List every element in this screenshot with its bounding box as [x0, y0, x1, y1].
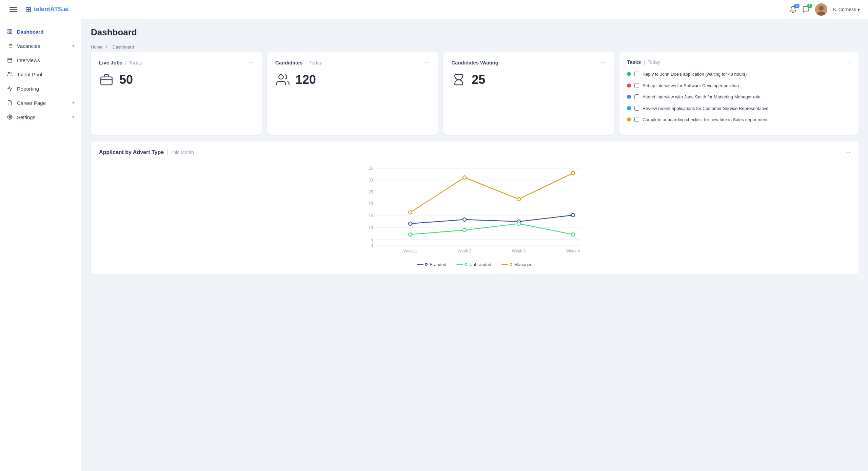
task-dot-blue — [627, 95, 631, 99]
interviews-icon — [7, 57, 13, 63]
sidebar-item-talent-pool[interactable]: Talent Pool — [0, 67, 81, 81]
svg-text:15: 15 — [369, 213, 373, 218]
svg-text:Week 1: Week 1 — [403, 249, 417, 253]
page-title: Dashboard — [91, 27, 859, 38]
task-item: Complete onboarding checklist for new hi… — [627, 116, 851, 123]
notifications-button[interactable]: 4 — [789, 6, 797, 13]
svg-text:20: 20 — [369, 202, 373, 206]
messages-badge: 3 — [807, 4, 812, 8]
user-name[interactable]: S. Corness ▾ — [833, 7, 860, 12]
task-dot-red — [627, 83, 631, 88]
sidebar-label-vacancies: Vacancies — [17, 43, 40, 49]
chart-title: Applicant by Advert Type — [99, 149, 164, 155]
candidates-menu[interactable]: ··· — [425, 59, 430, 66]
messages-button[interactable]: 3 — [802, 6, 810, 13]
candidates-period: Today — [309, 60, 322, 65]
chart-legend: Branded Unbranded Managed — [99, 262, 850, 267]
task-checkbox-3[interactable] — [634, 94, 639, 99]
logo: ⊞ talentATS.ai — [25, 5, 69, 14]
svg-text:25: 25 — [369, 190, 373, 194]
chart-menu[interactable]: ··· — [845, 149, 850, 156]
svg-rect-3 — [8, 30, 9, 31]
breadcrumb: Home / Dashboard — [91, 44, 859, 50]
reporting-icon — [7, 86, 13, 92]
svg-rect-6 — [10, 32, 12, 34]
svg-point-54 — [463, 176, 466, 179]
tasks-card: Tasks | Today ··· Reply to John Doe's ap… — [619, 52, 859, 135]
svg-text:Week 3: Week 3 — [512, 249, 526, 253]
task-text-1: Reply to John Doe's application (waiting… — [643, 71, 747, 78]
svg-point-48 — [571, 213, 575, 217]
sidebar-item-reporting[interactable]: Reporting — [0, 81, 81, 96]
sidebar-label-reporting: Reporting — [17, 86, 39, 92]
live-jobs-card: Live Jobs | Today ··· — [91, 52, 262, 135]
svg-rect-4 — [10, 30, 12, 31]
live-jobs-title: Live Jobs — [99, 60, 122, 65]
task-dot-yellow — [627, 117, 631, 121]
task-text-4: Review recent applications for Customer … — [643, 105, 768, 112]
sidebar-label-interviews: Interviews — [17, 57, 40, 63]
svg-point-56 — [571, 171, 575, 175]
task-dot-cyan — [627, 106, 631, 110]
svg-point-45 — [409, 222, 412, 225]
svg-point-22 — [279, 75, 283, 79]
svg-point-50 — [463, 228, 466, 232]
sidebar-item-settings[interactable]: Settings ▾ — [0, 110, 81, 124]
hamburger-menu[interactable] — [8, 6, 18, 13]
candidates-waiting-value: 25 — [472, 73, 485, 87]
chevron-down-icon: ▾ — [72, 43, 74, 48]
svg-text:10: 10 — [369, 225, 373, 230]
svg-point-17 — [8, 72, 10, 74]
svg-text:0: 0 — [371, 243, 373, 248]
sidebar-item-dashboard[interactable]: Dashboard — [0, 24, 81, 39]
candidates-value: 120 — [296, 73, 316, 87]
task-checkbox-5[interactable] — [634, 117, 639, 122]
task-dot-green — [627, 72, 631, 76]
svg-point-52 — [571, 233, 575, 236]
svg-text:30: 30 — [369, 178, 373, 183]
chart-period: This Month — [171, 150, 194, 155]
candidates-icon — [275, 72, 290, 87]
topnav-left: ⊞ talentATS.ai — [8, 5, 69, 14]
svg-rect-19 — [101, 77, 112, 85]
dashboard-icon — [7, 29, 13, 35]
svg-point-53 — [409, 211, 412, 214]
candidates-title: Candidates — [275, 60, 303, 65]
candidates-waiting-menu[interactable]: ··· — [601, 59, 606, 66]
task-item: Review recent applications for Customer … — [627, 105, 851, 112]
legend-branded: Branded — [417, 262, 446, 267]
chart-card: Applicant by Advert Type | This Month ··… — [91, 142, 859, 275]
task-checkbox-4[interactable] — [634, 106, 639, 111]
svg-text:Week 4: Week 4 — [566, 249, 580, 253]
logo-icon: ⊞ — [25, 5, 31, 14]
logo-text: talentATS.ai — [34, 6, 69, 13]
svg-rect-5 — [8, 32, 9, 34]
vacancies-icon — [7, 43, 13, 49]
sidebar-item-career-page[interactable]: Career Page ▾ — [0, 96, 81, 110]
svg-point-51 — [517, 222, 520, 225]
task-text-5: Complete onboarding checklist for new hi… — [643, 116, 768, 123]
task-text-3: Attend interview with Jane Smith for Mar… — [643, 94, 761, 100]
svg-point-1 — [819, 6, 824, 11]
notifications-badge: 4 — [794, 4, 800, 8]
svg-rect-13 — [8, 58, 12, 62]
briefcase-icon — [99, 72, 114, 87]
breadcrumb-home[interactable]: Home — [91, 44, 103, 50]
sidebar-item-vacancies[interactable]: Vacancies ▾ — [0, 39, 81, 53]
task-checkbox-2[interactable] — [634, 83, 639, 88]
career-page-icon — [7, 100, 13, 106]
live-jobs-menu[interactable]: ··· — [249, 59, 254, 66]
svg-text:Week 2: Week 2 — [458, 249, 472, 253]
legend-managed: Managed — [501, 262, 533, 267]
live-jobs-value: 50 — [119, 73, 133, 87]
task-checkbox-1[interactable] — [634, 72, 639, 76]
sidebar-label-career-page: Career Page — [17, 100, 46, 106]
tasks-period: Today — [648, 59, 660, 65]
talent-pool-icon — [7, 71, 13, 77]
candidates-waiting-card: Candidates Waiting ··· 25 — [443, 52, 614, 135]
app-body: Dashboard Vacancies ▾ Interviews — [0, 19, 868, 471]
tasks-menu[interactable]: ··· — [846, 58, 851, 65]
sidebar-item-interviews[interactable]: Interviews — [0, 53, 81, 67]
svg-point-55 — [517, 197, 520, 201]
user-avatar — [815, 3, 827, 16]
